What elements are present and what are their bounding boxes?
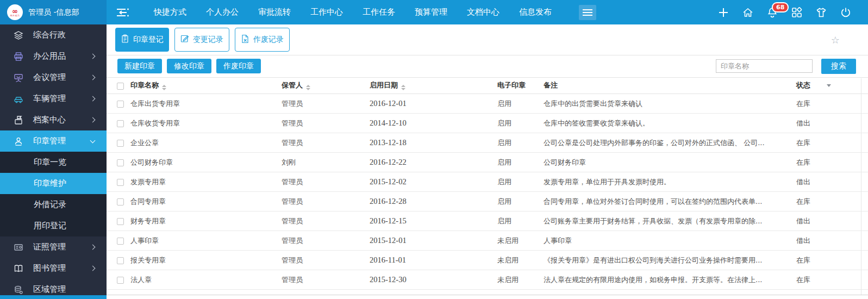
sidebar-footer-strip bbox=[0, 295, 107, 299]
status-cell: 在库 bbox=[796, 94, 868, 114]
new-seal-button[interactable]: 新建印章 bbox=[117, 59, 162, 73]
column-header-status[interactable]: 状态 bbox=[796, 78, 868, 94]
row-checkbox[interactable] bbox=[117, 277, 124, 284]
row-checkbox[interactable] bbox=[117, 101, 124, 108]
keeper-cell: 管理员 bbox=[282, 114, 370, 133]
tab-label: 作废记录 bbox=[253, 35, 284, 45]
row-checkbox-cell bbox=[107, 231, 130, 251]
nav-item-shortcuts[interactable]: 快捷方式 bbox=[154, 7, 186, 17]
sidebar-collapse-icon[interactable] bbox=[116, 7, 130, 18]
eseal-status-cell: 未启用 bbox=[497, 251, 544, 270]
row-checkbox[interactable] bbox=[117, 159, 124, 166]
keeper-cell: 管理员 bbox=[282, 251, 370, 270]
enable-date-cell: 2016-11-01 bbox=[370, 251, 497, 270]
keeper-cell: 管理员 bbox=[282, 192, 370, 211]
more-menu-icon[interactable] bbox=[579, 5, 596, 20]
modify-seal-button[interactable]: 修改印章 bbox=[167, 59, 211, 73]
column-header-seal-name[interactable]: 印章名称 bbox=[130, 78, 282, 94]
void-seal-button[interactable]: 作废印章 bbox=[216, 59, 261, 73]
row-checkbox[interactable] bbox=[117, 218, 124, 225]
keeper-cell: 管理员 bbox=[282, 94, 370, 114]
row-checkbox[interactable] bbox=[117, 198, 124, 205]
note-cell: 仓库中的签收需要收货章来确认。 bbox=[544, 114, 796, 133]
sidebar-item-certificate-mgmt[interactable]: 证照管理 bbox=[0, 236, 107, 258]
sidebar-item-meeting-mgmt[interactable]: 会议管理 bbox=[0, 67, 107, 88]
topbar: ∞ 华天动力 管理员 -信息部 快捷方式 个人办公 审批流转 工作中心 工作任务… bbox=[0, 0, 868, 24]
tab-seal-register[interactable]: 印章登记 bbox=[115, 28, 169, 52]
bell-icon[interactable]: 68 bbox=[766, 7, 778, 18]
tab-void-records[interactable]: 作废记录 bbox=[235, 28, 290, 52]
topbar-icons: 68 bbox=[717, 7, 852, 18]
main-content: 印章登记 变更记录 作废记录 ☆ 新建印章 修改印章 作废印 bbox=[107, 24, 868, 299]
nav-item-work-tasks[interactable]: 工作任务 bbox=[363, 7, 395, 17]
nav-item-approval-flow[interactable]: 审批流转 bbox=[258, 7, 291, 17]
sidebar-item-label: 办公用品 bbox=[33, 51, 66, 61]
logo-text: 华天动力 bbox=[10, 15, 20, 17]
row-checkbox[interactable] bbox=[117, 140, 124, 147]
apps-grid-icon[interactable] bbox=[791, 7, 803, 18]
sidebar-subitem-seal-overview[interactable]: 印章一览 bbox=[0, 152, 107, 173]
clipboard-icon bbox=[121, 34, 129, 45]
power-icon[interactable] bbox=[840, 7, 852, 18]
sidebar-subitem-seal-maintenance[interactable]: 印章维护 bbox=[0, 173, 107, 194]
seal-name-cell: 发票专用章 bbox=[130, 172, 282, 192]
sidebar-item-label: 印章管理 bbox=[33, 136, 66, 146]
edit-icon bbox=[180, 34, 189, 45]
column-header-keeper[interactable]: 保管人 bbox=[282, 78, 370, 94]
tab-change-records[interactable]: 变更记录 bbox=[174, 28, 229, 52]
enable-date-cell: 2016-12-01 bbox=[370, 94, 497, 114]
nav-item-budget[interactable]: 预算管理 bbox=[415, 7, 447, 17]
scroll-edge-line bbox=[861, 78, 861, 295]
seal-name-cell: 人事印章 bbox=[130, 231, 282, 251]
sidebar-item-book-mgmt[interactable]: 图书管理 bbox=[0, 258, 107, 279]
home-icon[interactable] bbox=[742, 7, 754, 18]
seal-name-cell: 公司财务印章 bbox=[130, 153, 282, 172]
plus-icon[interactable] bbox=[717, 7, 729, 18]
sidebar-item-office-supplies[interactable]: 办公用品 bbox=[0, 46, 107, 67]
column-header-enable-date[interactable]: 启用日期 bbox=[370, 78, 497, 94]
sidebar-subitem-lending-records[interactable]: 外借记录 bbox=[0, 194, 107, 215]
sidebar-subitem-seal-usage-register[interactable]: 用印登记 bbox=[0, 215, 107, 236]
keeper-cell: 管理员 bbox=[282, 231, 370, 251]
enable-date-cell: 2016-12-22 bbox=[370, 153, 497, 172]
nav-item-document-center[interactable]: 文档中心 bbox=[467, 7, 499, 17]
sidebar-item-general-admin[interactable]: 综合行政 bbox=[0, 24, 107, 46]
printer-icon bbox=[14, 52, 24, 61]
eseal-status-cell: 启用 bbox=[497, 192, 544, 211]
row-checkbox[interactable] bbox=[117, 257, 124, 264]
table-body: 仓库出货专用章 管理员 2016-12-01 启用 仓库中的出货需要出货章来确认… bbox=[107, 94, 868, 290]
row-checkbox-cell bbox=[107, 192, 130, 211]
seal-name-cell: 财务专用章 bbox=[130, 211, 282, 231]
projector-icon bbox=[14, 73, 24, 83]
header-checkbox-cell bbox=[107, 78, 130, 94]
nav-item-work-center[interactable]: 工作中心 bbox=[310, 7, 343, 17]
sidebar-item-seal-mgmt[interactable]: 印章管理 bbox=[0, 130, 107, 152]
status-cell: 在库 bbox=[796, 192, 868, 211]
enable-date-cell: 2015-12-01 bbox=[370, 231, 497, 251]
sidebar-item-archive-center[interactable]: 档案中心 bbox=[0, 109, 107, 130]
sidebar-item-vehicle-mgmt[interactable]: 车辆管理 bbox=[0, 88, 107, 109]
layers-icon bbox=[14, 30, 24, 40]
row-checkbox-cell bbox=[107, 153, 130, 172]
favorite-star-icon[interactable]: ☆ bbox=[831, 34, 840, 45]
table-row: 仓库收货专用章 管理员 2014-12-10 启用 仓库中的签收需要收货章来确认… bbox=[107, 114, 868, 133]
row-checkbox[interactable] bbox=[117, 120, 124, 127]
seal-name-cell: 法人章 bbox=[130, 270, 282, 290]
shirt-icon[interactable] bbox=[815, 7, 827, 18]
note-cell: 《报关专用章》是有进出口权公司到海关进行公司业务操作时需要用... bbox=[544, 251, 796, 270]
sidebar-item-label: 档案中心 bbox=[33, 115, 66, 125]
select-all-checkbox[interactable] bbox=[117, 83, 124, 90]
eseal-status-cell: 启用 bbox=[497, 133, 544, 153]
row-checkbox[interactable] bbox=[117, 179, 124, 186]
row-checkbox[interactable] bbox=[117, 238, 124, 245]
note-cell: 法人章在规定的有限用途内使用，如税务申报。开支票等。在法律上... bbox=[544, 270, 796, 290]
eseal-status-cell: 未启用 bbox=[497, 231, 544, 251]
enable-date-cell: 2016-12-15 bbox=[370, 211, 497, 231]
table-row: 企业公章 管理员 2013-12-18 启用 公司公章是公司处理内外部事务的印鉴… bbox=[107, 133, 868, 153]
search-button[interactable]: 搜索 bbox=[821, 59, 856, 74]
nav-item-personal-office[interactable]: 个人办公 bbox=[206, 7, 239, 17]
nav-item-info-publish[interactable]: 信息发布 bbox=[519, 7, 552, 17]
search-input[interactable] bbox=[716, 59, 813, 73]
status-filter-icon[interactable] bbox=[827, 84, 831, 87]
status-cell: 借出 bbox=[796, 231, 868, 251]
